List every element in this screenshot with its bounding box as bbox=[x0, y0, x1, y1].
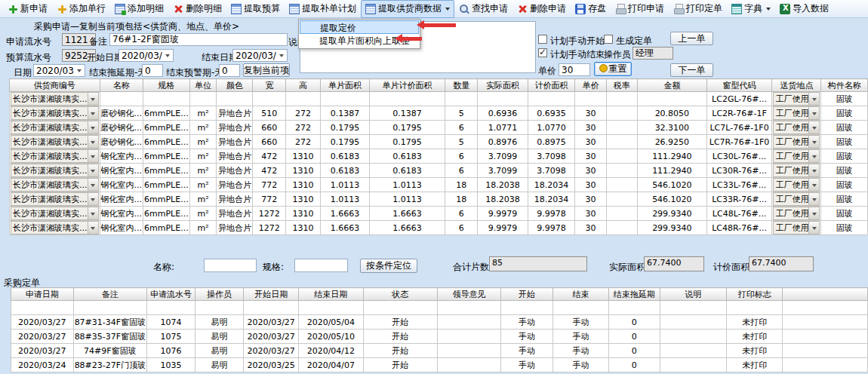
cell-window-code[interactable]: LC7L-76#-1F0 bbox=[706, 121, 772, 135]
add-row-button[interactable]: 添加单行 bbox=[52, 0, 110, 18]
cell-actual-area[interactable]: 1.0771 bbox=[478, 121, 528, 135]
cell-unit-price[interactable]: 30 bbox=[575, 192, 606, 207]
cell-apply-no[interactable]: 1074 bbox=[147, 315, 195, 330]
cell-width[interactable]: 660 bbox=[253, 121, 286, 135]
cell-width[interactable]: 772 bbox=[253, 192, 286, 207]
cell-amount[interactable]: 299.9340 bbox=[638, 207, 707, 221]
cell-apply-no[interactable]: 1035 bbox=[147, 358, 195, 372]
cell-color[interactable]: 异地合片 bbox=[217, 149, 253, 164]
cell-part-name[interactable]: 固玻 bbox=[821, 149, 868, 164]
cell-piece-priced-area[interactable]: 1.0113 bbox=[370, 178, 445, 192]
cell-spec[interactable]: 6mmPLE... bbox=[143, 178, 190, 192]
cell-piece-priced-area[interactable]: 0.1795 bbox=[370, 135, 445, 149]
cell-piece-priced-area[interactable]: 1.6663 bbox=[370, 221, 445, 235]
cell-window-code[interactable]: LC48L-76#... bbox=[706, 207, 772, 221]
cell-window-code[interactable]: LC7R-76#-1F0 bbox=[706, 135, 772, 149]
chevron-down-icon[interactable] bbox=[276, 50, 287, 61]
cell-priced-area[interactable]: 18.2034 bbox=[528, 192, 575, 207]
locate-by-condition-button[interactable]: 按条件定位 bbox=[360, 259, 417, 273]
cell-priced-area[interactable]: 3.7098 bbox=[528, 149, 575, 164]
cell-tax-rate[interactable] bbox=[606, 178, 637, 192]
cell-part-name[interactable]: 固玻 bbox=[821, 135, 868, 149]
reset-button[interactable]: 重置 bbox=[594, 62, 632, 76]
cell-end[interactable]: 手动 bbox=[553, 344, 609, 358]
cell-amount[interactable]: 26.9250 bbox=[638, 135, 707, 149]
column-header-amount[interactable]: 金额 bbox=[638, 79, 707, 92]
cell-actual-area[interactable]: 3.7099 bbox=[478, 164, 528, 178]
column-header-name[interactable]: 名称 bbox=[100, 79, 143, 92]
cell-end[interactable]: 手动 bbox=[553, 301, 609, 315]
extract-supplement-plan-button[interactable]: 提取补单计划 bbox=[285, 0, 361, 18]
cell-supplier-code[interactable]: 长沙市潇湘玻璃实... bbox=[10, 178, 100, 192]
cell-end-delay[interactable]: 0 bbox=[608, 344, 660, 358]
table-row[interactable]: 长沙市潇湘玻璃实...钢化室内...6mmPLE...m²异地合片7721310… bbox=[10, 192, 868, 207]
cell-piece-area[interactable]: 1.6663 bbox=[320, 221, 369, 235]
cell-unit[interactable]: m² bbox=[189, 221, 217, 235]
cell-end[interactable]: 手动 bbox=[553, 315, 609, 330]
cell-remark[interactable]: 88#23-27F门顶玻 bbox=[73, 358, 147, 372]
cell-apply-no[interactable]: 1076 bbox=[147, 344, 195, 358]
cell-start[interactable]: 手动 bbox=[501, 301, 553, 315]
column-header-actual-area[interactable]: 实际面积 bbox=[478, 79, 528, 92]
cell-note[interactable] bbox=[660, 315, 726, 330]
cell-height[interactable]: 272 bbox=[286, 106, 321, 121]
cell-apply-date[interactable]: 2020/03/27 bbox=[11, 315, 74, 330]
table-row[interactable]: 长沙市潇湘玻璃实...磨砂钢化...6mmPLE...m²异地合片6602720… bbox=[10, 135, 868, 149]
new-request-button[interactable]: 新申请 bbox=[3, 0, 52, 18]
cell-start-date[interactable]: 2020/03/27 bbox=[244, 344, 299, 358]
dropdown-arrow-icon[interactable] bbox=[808, 93, 819, 105]
cell-end-date[interactable]: 2020/05/04 bbox=[299, 315, 364, 330]
cell-apply-date[interactable]: 2020/03/27 bbox=[11, 344, 74, 358]
cell-supplier-code[interactable]: 长沙市潇湘玻璃实... bbox=[10, 207, 100, 221]
cell-color[interactable]: 异地合片 bbox=[217, 106, 253, 121]
cell-actual-area[interactable]: 9.9979 bbox=[478, 221, 528, 235]
cell-tax-rate[interactable] bbox=[606, 192, 637, 207]
column-header-note[interactable]: 说明 bbox=[660, 288, 726, 301]
cell-actual-area[interactable]: 1.2485 bbox=[478, 92, 528, 106]
remark-field[interactable] bbox=[109, 33, 288, 46]
cell-piece-priced-area[interactable]: 0.1387 bbox=[370, 106, 445, 121]
dictionary-button[interactable]: 字典 bbox=[727, 0, 775, 18]
cell-part-name[interactable]: 固玻 bbox=[821, 92, 868, 106]
cell-spec[interactable]: 6mmPLE... bbox=[143, 121, 190, 135]
cell-piece-area[interactable]: 0.6183 bbox=[320, 164, 369, 178]
cell-unit[interactable]: m² bbox=[189, 121, 217, 135]
cell-delivery-place[interactable]: 工厂使用 bbox=[772, 106, 821, 121]
column-header-end-delay[interactable]: 结束拖延期 bbox=[608, 288, 660, 301]
cell-remark[interactable]: 87#31-34F窗固玻 bbox=[73, 315, 147, 330]
chevron-down-icon[interactable] bbox=[445, 8, 450, 13]
cell-piece-priced-area[interactable]: 0.6183 bbox=[370, 164, 445, 178]
cell-amount[interactable]: 111.2940 bbox=[638, 149, 707, 164]
column-header-spec[interactable]: 规格 bbox=[143, 79, 190, 92]
cell-height[interactable]: 1310 bbox=[286, 207, 321, 221]
cell-color[interactable]: 异地合片 bbox=[217, 221, 253, 235]
cell-note[interactable] bbox=[660, 330, 726, 344]
cell-status[interactable]: 开始 bbox=[363, 301, 437, 315]
cell-start[interactable]: 手动 bbox=[501, 358, 553, 372]
cell-color[interactable]: 异地合片 bbox=[217, 135, 253, 149]
copy-current-button[interactable]: 复制当前项 bbox=[243, 63, 290, 77]
cell-start-date[interactable]: 2020/03/25 bbox=[244, 358, 299, 372]
cell-delivery-place[interactable]: 工厂使用 bbox=[772, 121, 821, 135]
table-row[interactable]: 2020/03/2774#9F窗固玻1076易明2020/03/272020/0… bbox=[11, 344, 868, 358]
cell-leader-opinion[interactable] bbox=[437, 330, 500, 344]
cell-color[interactable]: 异地合片 bbox=[217, 192, 253, 207]
cell-width[interactable]: 472 bbox=[253, 149, 286, 164]
cell-unit[interactable]: m² bbox=[189, 135, 217, 149]
cell-apply-date[interactable]: 2020/03/27 bbox=[11, 330, 74, 344]
cell-end[interactable]: 手动 bbox=[553, 358, 609, 372]
cell-piece-area[interactable]: 0.1387 bbox=[320, 92, 369, 106]
cell-part-name[interactable]: 固玻 bbox=[821, 178, 868, 192]
cell-piece-priced-area[interactable]: 0.1795 bbox=[370, 121, 445, 135]
dropdown-arrow-icon[interactable] bbox=[808, 164, 819, 176]
cell-delivery-place[interactable]: 工厂使用 bbox=[772, 207, 821, 221]
cell-name[interactable]: 磨砂钢化... bbox=[100, 121, 143, 135]
cell-unit[interactable]: m² bbox=[189, 92, 217, 106]
cell-actual-area[interactable]: 18.2038 bbox=[478, 178, 528, 192]
column-header-leader-opinion[interactable]: 领导意见 bbox=[437, 288, 500, 301]
cell-priced-area[interactable]: 9.9978 bbox=[528, 221, 575, 235]
cell-color[interactable]: 异地合片 bbox=[217, 178, 253, 192]
cell-priced-area[interactable]: 9.9978 bbox=[528, 207, 575, 221]
cell-delivery-place[interactable]: 工厂使用 bbox=[772, 135, 821, 149]
cell-window-code[interactable]: LC33L-76#... bbox=[706, 178, 772, 192]
